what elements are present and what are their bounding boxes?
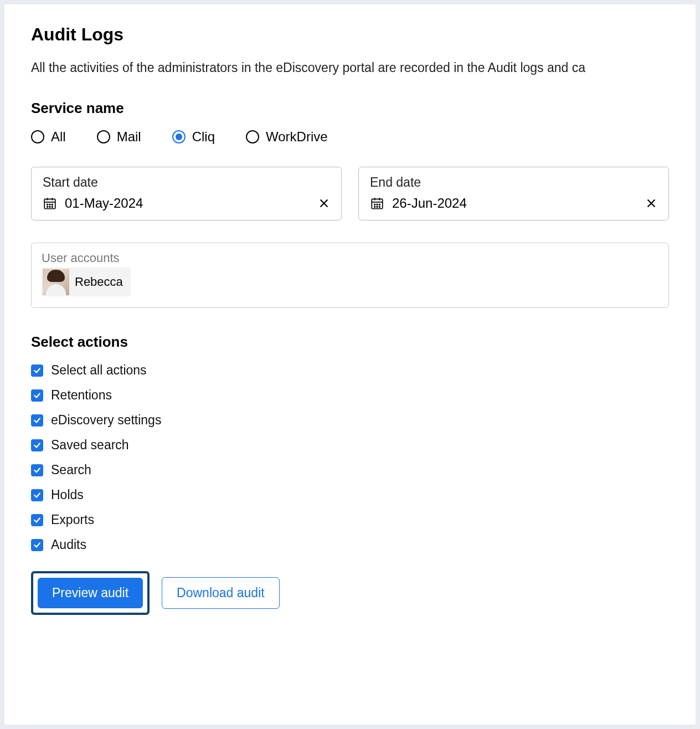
service-name-label: Service name	[31, 100, 669, 117]
audit-logs-panel: Audit Logs All the activities of the adm…	[4, 4, 696, 725]
radio-icon	[97, 130, 110, 143]
svg-point-19	[374, 207, 375, 208]
close-icon[interactable]	[645, 197, 657, 209]
user-accounts-label: User accounts	[42, 251, 658, 265]
svg-point-9	[52, 207, 53, 208]
checkbox-label: Audits	[51, 537, 86, 552]
svg-point-6	[52, 204, 53, 205]
checkbox-label: Holds	[51, 487, 84, 502]
user-chip-rebecca[interactable]: Rebecca	[42, 268, 131, 296]
actions-checkbox-list: Select all actions Retentions eDiscovery…	[31, 363, 669, 552]
start-date-field[interactable]: Start date 01-May-2024	[31, 167, 342, 220]
close-icon[interactable]	[318, 197, 330, 209]
checkbox-holds[interactable]: Holds	[31, 487, 669, 502]
checkbox-icon	[31, 389, 43, 402]
checkbox-retentions[interactable]: Retentions	[31, 388, 669, 403]
radio-all[interactable]: All	[31, 129, 66, 145]
radio-label: WorkDrive	[266, 129, 328, 145]
checkbox-search[interactable]: Search	[31, 463, 669, 478]
start-date-label: Start date	[43, 175, 330, 190]
checkbox-label: Select all actions	[51, 363, 147, 378]
svg-point-5	[49, 204, 50, 205]
calendar-icon	[43, 196, 57, 211]
page-title: Audit Logs	[31, 24, 669, 45]
radio-workdrive[interactable]: WorkDrive	[246, 129, 328, 145]
radio-mail[interactable]: Mail	[97, 129, 141, 145]
service-radio-group: All Mail Cliq WorkDrive	[31, 129, 669, 145]
svg-point-4	[47, 204, 48, 205]
radio-icon	[172, 130, 186, 143]
radio-icon	[246, 130, 259, 143]
end-date-field[interactable]: End date 26-Jun-2024	[358, 167, 669, 220]
svg-point-16	[374, 204, 375, 205]
svg-point-21	[379, 207, 380, 208]
checkbox-saved-search[interactable]: Saved search	[31, 438, 669, 453]
user-accounts-field[interactable]: User accounts Rebecca	[31, 243, 669, 308]
checkbox-icon	[31, 514, 43, 526]
select-actions-label: Select actions	[31, 333, 669, 351]
radio-label: All	[51, 129, 66, 145]
checkbox-audits[interactable]: Audits	[31, 537, 669, 552]
checkbox-label: eDiscovery settings	[51, 413, 161, 428]
checkbox-icon	[31, 464, 43, 476]
checkbox-exports[interactable]: Exports	[31, 512, 669, 527]
checkbox-label: Saved search	[51, 438, 129, 453]
checkbox-icon	[31, 414, 43, 427]
calendar-icon	[370, 196, 384, 211]
highlight-frame: Preview audit	[31, 571, 150, 615]
svg-point-20	[377, 207, 378, 208]
preview-audit-button[interactable]: Preview audit	[38, 578, 143, 608]
end-date-value: 26-Jun-2024	[392, 196, 467, 211]
checkbox-label: Search	[51, 463, 91, 478]
checkbox-select-all[interactable]: Select all actions	[31, 363, 669, 378]
radio-label: Mail	[117, 129, 141, 145]
radio-icon	[31, 130, 44, 143]
svg-point-8	[49, 207, 50, 208]
radio-label: Cliq	[192, 129, 215, 145]
start-date-value: 01-May-2024	[65, 196, 143, 211]
checkbox-icon	[31, 489, 43, 501]
svg-point-18	[379, 204, 380, 205]
svg-point-7	[47, 207, 48, 208]
user-chip-name: Rebecca	[75, 275, 123, 289]
avatar	[43, 269, 69, 295]
checkbox-icon	[31, 539, 43, 551]
checkbox-label: Exports	[51, 512, 94, 527]
button-row: Preview audit Download audit	[31, 571, 669, 615]
checkbox-icon	[31, 364, 43, 377]
svg-point-17	[377, 204, 378, 205]
download-audit-button[interactable]: Download audit	[162, 577, 280, 609]
checkbox-ediscovery-settings[interactable]: eDiscovery settings	[31, 413, 669, 428]
checkbox-icon	[31, 439, 43, 451]
radio-cliq[interactable]: Cliq	[172, 129, 215, 145]
date-range-row: Start date 01-May-2024	[31, 167, 669, 220]
end-date-label: End date	[370, 175, 657, 190]
checkbox-label: Retentions	[51, 388, 112, 403]
page-description: All the activities of the administrators…	[31, 60, 669, 75]
